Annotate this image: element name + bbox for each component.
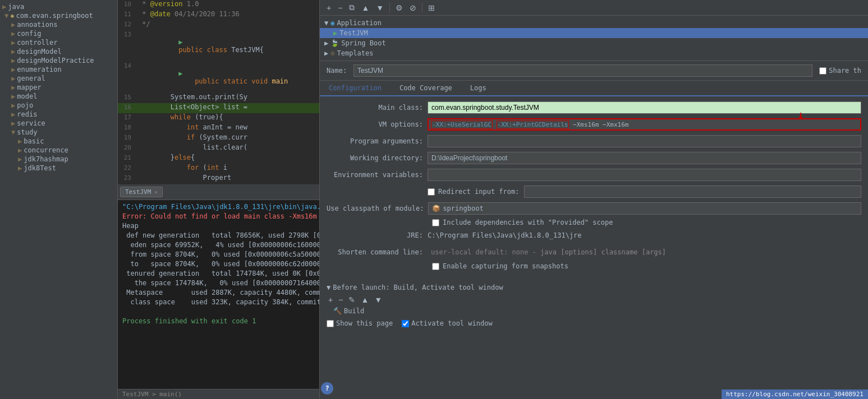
bl-up-button[interactable]: ▲ xyxy=(359,295,370,305)
program-args-input[interactable] xyxy=(428,135,861,147)
tree-item-config[interactable]: ▶ config xyxy=(0,29,117,38)
bl-remove-button[interactable]: − xyxy=(337,295,345,305)
status-bar-text: https://blog.csdn.net/weixin_30408921 xyxy=(726,391,864,398)
tree-item-pojo[interactable]: ▶ pojo xyxy=(0,101,117,110)
tree-label: redis xyxy=(17,110,37,118)
tab-configuration[interactable]: Configuration xyxy=(320,81,391,96)
code-line: 18 int anInt = new xyxy=(118,123,319,133)
folder-icon: ▶ xyxy=(11,75,15,82)
working-dir-label: Working directory: xyxy=(327,154,428,162)
tree-label: annoations xyxy=(17,21,57,29)
tree-item-designmodelpractice[interactable]: ▶ designModelPractice xyxy=(0,56,117,65)
show-page-label: Show this page xyxy=(336,319,393,327)
console-line: def new generation total 78656K, used 27… xyxy=(122,231,315,240)
code-line: 14 ▶ public static void main xyxy=(118,62,319,93)
config-tree-application[interactable]: ▼ ◉ Application xyxy=(320,18,868,28)
redirect-file-input[interactable] xyxy=(524,185,862,198)
folder-icon: ▶ xyxy=(11,57,15,64)
enable-capturing-label: Enable capturing form snapshots xyxy=(443,262,568,270)
console-line: Heap xyxy=(122,221,315,231)
help-button[interactable]: ? xyxy=(321,382,333,395)
tree-label: designModelPractice xyxy=(17,57,94,64)
program-args-label: Program arguments: xyxy=(327,137,428,145)
add-config-button[interactable]: + xyxy=(324,2,333,13)
tree-item-concurrence[interactable]: ▶ concurrence xyxy=(0,146,117,155)
tree-item-service[interactable]: ▶ service xyxy=(0,119,117,128)
activate-tool-checkbox[interactable] xyxy=(402,320,409,327)
tab-code-coverage[interactable]: Code Coverage xyxy=(391,81,461,96)
tree-item-jdk7hashmap[interactable]: ▶ jdk7hashmap xyxy=(0,155,117,164)
settings-button[interactable]: ⚙ xyxy=(393,2,405,13)
run-tab[interactable]: TestJVM ✕ xyxy=(120,187,163,197)
tree-item-model[interactable]: ▶ model xyxy=(0,92,117,101)
env-vars-row: Environment variables: xyxy=(327,168,861,182)
tree-item-basic[interactable]: ▶ basic xyxy=(0,137,117,146)
console-line: eden space 69952K, 4% used [0x00000006c1… xyxy=(122,240,315,250)
folder-icon: ▶ xyxy=(11,21,15,29)
tree-item-controller[interactable]: ▶ controller xyxy=(0,38,117,47)
config-icon: ▶ xyxy=(333,29,337,37)
tree-item-jdk8test[interactable]: ▶ jdk8Test xyxy=(0,164,117,173)
redirect-input-checkbox[interactable] xyxy=(428,188,435,196)
config-tree-springboot[interactable]: ▶ 🍃 Spring Boot xyxy=(320,38,868,48)
env-vars-input[interactable] xyxy=(428,169,861,181)
tree-label: controller xyxy=(17,39,57,47)
close-tab-button[interactable]: ✕ xyxy=(154,189,158,195)
folder-icon: ▶ xyxy=(11,48,15,55)
bl-down-button[interactable]: ▼ xyxy=(373,295,384,305)
vm-xmx: −Xmx16m xyxy=(603,121,628,128)
show-page-checkbox[interactable] xyxy=(327,320,334,327)
tree-label: concurrence xyxy=(24,146,68,154)
tree-item-general[interactable]: ▶ general xyxy=(0,74,117,83)
line-code: ▶ public class TestJVM{ xyxy=(136,30,264,62)
remove-config-button[interactable]: − xyxy=(336,2,345,13)
tree-item-study[interactable]: ▼ study xyxy=(0,128,117,137)
code-line: 21 }else{ xyxy=(118,154,319,164)
code-editor: 10 * @version 1.0 11 * @date 04/14/2020 … xyxy=(118,0,320,399)
line-number: 17 xyxy=(118,113,136,123)
tree-item-redis[interactable]: ▶ redis xyxy=(0,110,117,119)
move-config-down-button[interactable]: ▼ xyxy=(374,2,386,13)
include-deps-checkbox[interactable] xyxy=(432,219,439,226)
code-line: 20 list.clear( xyxy=(118,143,319,154)
config-tree-templates[interactable]: ▶ ⚙ Templates xyxy=(320,48,868,58)
folder-icon: ▶ xyxy=(11,39,15,47)
share-check[interactable] xyxy=(819,67,826,75)
name-input[interactable] xyxy=(353,64,812,77)
line-code: for (int i xyxy=(136,164,227,174)
console-line: "C:\Program Files\Java\jdk1.8.0_131\jre\… xyxy=(122,202,315,212)
tree-label: jdk7hashmap xyxy=(24,155,68,163)
folder-icon: ▶ xyxy=(11,30,15,38)
expand-button[interactable]: ⊞ xyxy=(426,2,437,13)
console-line: tenured generation total 174784K, used 0… xyxy=(122,269,315,279)
copy-config-button[interactable]: ⧉ xyxy=(347,2,357,13)
move-config-up-button[interactable]: ▲ xyxy=(359,2,371,13)
tree-item-designmodel[interactable]: ▶ designModel xyxy=(0,47,117,56)
share-label: Share th xyxy=(829,67,861,75)
bl-add-button[interactable]: + xyxy=(327,295,334,305)
bl-edit-button[interactable]: ✎ xyxy=(347,295,357,305)
breadcrumb: TestJVM > main() xyxy=(118,389,319,399)
code-line: 17 while (true){ xyxy=(118,113,319,123)
config-tree: ▼ ◉ Application ▶ TestJVM ▶ 🍃 Spring Boo… xyxy=(320,16,868,61)
toolbar-separator xyxy=(422,3,422,13)
tab-logs[interactable]: Logs xyxy=(461,81,495,96)
vm-options-text: -XX:+UseSerialGC -XX:+PrintGCDetails −Xm… xyxy=(431,121,628,128)
tree-item-java[interactable]: ▶ java xyxy=(0,2,117,11)
main-class-input[interactable] xyxy=(428,101,861,114)
working-dir-input[interactable] xyxy=(428,152,861,164)
include-deps-row: Include dependencies with "Provided" sco… xyxy=(327,219,861,226)
filter-button[interactable]: ⊘ xyxy=(407,2,419,13)
run-toolbar: TestJVM ✕ xyxy=(118,184,319,200)
application-icon: ◉ xyxy=(330,19,334,27)
enable-capturing-checkbox[interactable] xyxy=(432,263,439,270)
config-tree-testjvm[interactable]: ▶ TestJVM xyxy=(320,28,868,38)
tree-item-enumeration[interactable]: ▶ enumeration xyxy=(0,65,117,74)
config-tree-label: Application xyxy=(337,19,381,27)
shorten-row: Shorten command line: user-local default… xyxy=(327,245,861,259)
tree-item-package[interactable]: ▼ ◈ com.evan.springboot xyxy=(0,11,117,20)
tree-item-mapper[interactable]: ▶ mapper xyxy=(0,83,117,92)
console-line: the space 174784K, 0% used [0x0000000716… xyxy=(122,279,315,288)
code-line: 10 * @version 1.0 xyxy=(118,0,319,10)
tree-item-annoations[interactable]: ▶ annoations xyxy=(0,20,117,29)
